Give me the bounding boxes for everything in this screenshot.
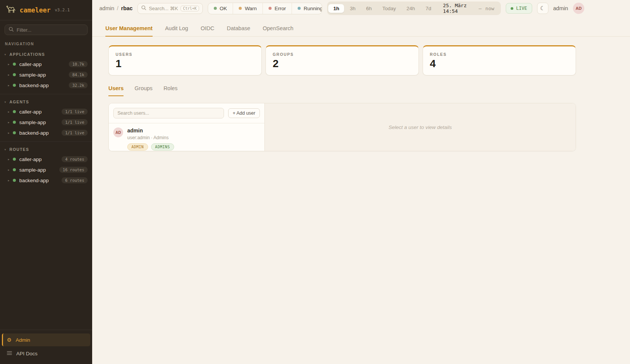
nav-group-header-applications[interactable]: ▾ APPLICATIONS (0, 49, 92, 59)
tab-user-management[interactable]: User Management (105, 21, 153, 37)
time-range-24h[interactable]: 24h (401, 4, 420, 13)
main-tabs: User Management Audit Log OIDC Database … (92, 21, 630, 37)
chevron-right-icon: ▸ (8, 63, 9, 66)
status-dot-icon (13, 84, 16, 87)
tab-database[interactable]: Database (227, 21, 250, 37)
warn-dot-icon (239, 7, 242, 10)
user-subtitle: user:admin · Admins (127, 135, 174, 140)
nav-item-label: caller-app (19, 109, 42, 115)
sidebar-item-agents-backend-app[interactable]: ▸ backend-app 1/1 live (0, 127, 92, 138)
status-filter-label: Warn (245, 6, 257, 11)
nav-item-label: sample-app (19, 120, 46, 125)
chevron-right-icon: ▸ (8, 168, 9, 172)
caret-icon: ▾ (5, 101, 6, 103)
chevron-right-icon: ▸ (8, 121, 9, 124)
chevron-right-icon: ▸ (8, 84, 9, 87)
footer-item-label: Admin (16, 337, 30, 343)
status-filter-ok[interactable]: OK (208, 3, 233, 14)
sidebar-filter-input[interactable] (17, 27, 83, 33)
sidebar-item-admin[interactable]: ⚙ Admin (2, 333, 90, 346)
subtab-groups[interactable]: Groups (134, 85, 153, 96)
status-filter-group: OK Warn Error Running (208, 3, 323, 14)
status-filter-error[interactable]: Error (262, 3, 292, 14)
camel-logo-icon (5, 5, 16, 16)
breadcrumb-current: rbac (121, 5, 133, 11)
time-range-3h[interactable]: 3h (345, 4, 360, 13)
stat-label: ROLES (430, 52, 569, 57)
role-badge-admin: ADMIN (127, 143, 148, 151)
sidebar-item-routes-sample-app[interactable]: ▸ sample-app 16 routes (0, 164, 92, 175)
stat-label: GROUPS (273, 52, 412, 57)
theme-toggle-button[interactable]: ☾ (537, 3, 548, 14)
time-range-display: 25. März 14:54 — now (437, 3, 500, 14)
nav-item-label: backend-app (19, 178, 49, 183)
search-shortcut-kbd: Ctrl+K (181, 6, 199, 11)
chevron-right-icon: ▸ (8, 110, 9, 114)
status-filter-warn[interactable]: Warn (233, 3, 262, 14)
time-range-7d[interactable]: 7d (421, 4, 436, 13)
users-toolbar: + Add user (109, 103, 264, 123)
nav-item-label: backend-app (19, 83, 49, 88)
sidebar-item-routes-backend-app[interactable]: ▸ backend-app 6 routes (0, 175, 92, 186)
content-area: USERS 1 GROUPS 2 ROLES 4 Users Groups Ro… (92, 37, 630, 364)
app-name: cameleer (20, 6, 51, 14)
status-filter-label: Running (304, 6, 323, 11)
app-logo: cameleer v3.2.1 (0, 0, 92, 20)
status-dot-icon (13, 179, 16, 182)
subtab-users[interactable]: Users (108, 85, 124, 96)
tab-opensearch[interactable]: OpenSearch (263, 21, 293, 37)
nav-group-title: ROUTES (9, 147, 29, 152)
search-icon (9, 27, 14, 33)
users-panel: + Add user AD admin user:admin · Admins … (108, 103, 576, 151)
app-version: v3.2.1 (55, 8, 70, 12)
status-dot-icon (13, 110, 16, 113)
nav-item-badge: 32.2k (69, 82, 88, 88)
empty-details-message: Select a user to view details (389, 124, 452, 130)
error-dot-icon (269, 7, 272, 10)
nav-item-badge: 16 routes (59, 167, 88, 173)
breadcrumb: admin / rbac (99, 5, 133, 11)
sidebar-item-applications-backend-app[interactable]: ▸ backend-app 32.2k (0, 80, 92, 91)
time-range-group: 1h 3h 6h Today 24h 7d 25. März 14:54 — n… (327, 2, 500, 15)
sidebar-item-applications-sample-app[interactable]: ▸ sample-app 84.1k (0, 69, 92, 80)
avatar[interactable]: AD (573, 3, 584, 14)
sidebar-item-routes-caller-app[interactable]: ▸ caller-app 4 routes (0, 154, 92, 164)
tab-oidc[interactable]: OIDC (201, 21, 214, 37)
nav-item-badge: 10.7k (69, 61, 88, 67)
nav-item-label: caller-app (19, 61, 42, 67)
nav-item-badge: 6 routes (62, 177, 88, 183)
sidebar-filter[interactable] (5, 25, 88, 35)
nav-item-badge: 1/1 live (62, 130, 88, 136)
topbar-right: LIVE ☾ admin AD (506, 3, 584, 14)
time-range-1h[interactable]: 1h (328, 4, 344, 13)
time-from: 25. März 14:54 (443, 3, 475, 14)
nav-group-header-agents[interactable]: ▾ AGENTS (0, 97, 92, 106)
user-name: admin (127, 127, 174, 134)
sidebar-item-api-docs[interactable]: API Docs (2, 347, 90, 360)
gear-icon: ⚙ (7, 337, 12, 342)
footer-item-label: API Docs (16, 351, 37, 356)
nav-group-header-routes[interactable]: ▾ ROUTES (0, 144, 92, 154)
time-range-today[interactable]: Today (377, 4, 401, 13)
status-filter-running[interactable]: Running (292, 3, 323, 14)
user-list-item-admin[interactable]: AD admin user:admin · Admins ADMIN ADMIN… (109, 123, 264, 151)
tab-audit-log[interactable]: Audit Log (165, 21, 188, 37)
time-range-6h[interactable]: 6h (361, 4, 377, 13)
main-area: admin / rbac Search... ⌘K Ctrl+K OK Warn… (92, 0, 630, 364)
global-search[interactable]: Search... ⌘K Ctrl+K (137, 3, 202, 14)
add-user-button[interactable]: + Add user (228, 108, 260, 118)
breadcrumb-parent[interactable]: admin (99, 5, 114, 11)
nav-group-agents: ▾ AGENTS ▸ caller-app 1/1 live ▸ sample-… (0, 94, 92, 141)
search-users-input[interactable] (113, 108, 224, 118)
sidebar-item-agents-caller-app[interactable]: ▸ caller-app 1/1 live (0, 106, 92, 117)
chevron-right-icon: ▸ (8, 179, 9, 182)
status-filter-label: Error (275, 6, 286, 11)
ok-dot-icon (214, 7, 217, 10)
sidebar-item-applications-caller-app[interactable]: ▸ caller-app 10.7k (0, 59, 92, 69)
time-to: now (485, 6, 494, 11)
sidebar-item-agents-sample-app[interactable]: ▸ sample-app 1/1 live (0, 117, 92, 127)
nav-group-title: AGENTS (9, 100, 29, 104)
subtab-roles[interactable]: Roles (164, 85, 178, 96)
users-list-pane: + Add user AD admin user:admin · Admins … (109, 103, 265, 151)
live-badge[interactable]: LIVE (506, 3, 532, 14)
